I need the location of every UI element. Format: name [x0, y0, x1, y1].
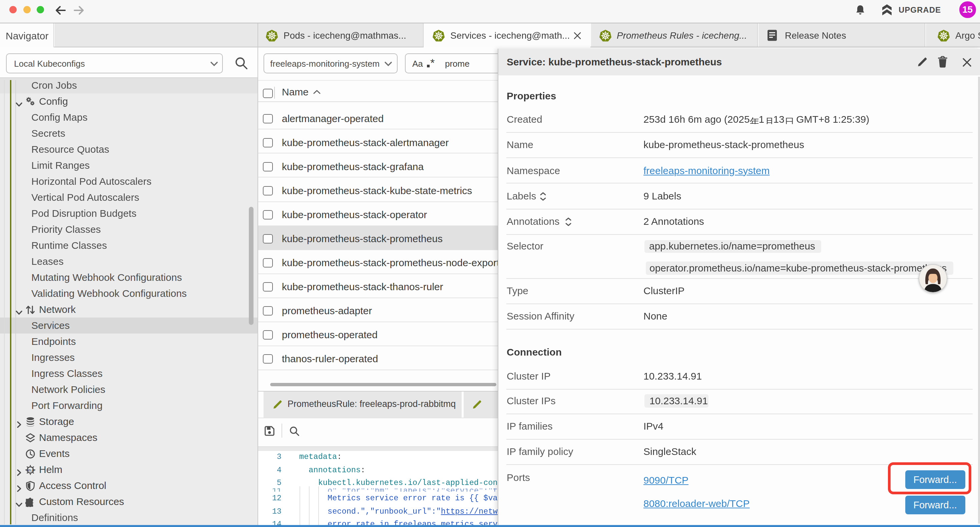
- svg-text:HELM: HELM: [26, 468, 34, 471]
